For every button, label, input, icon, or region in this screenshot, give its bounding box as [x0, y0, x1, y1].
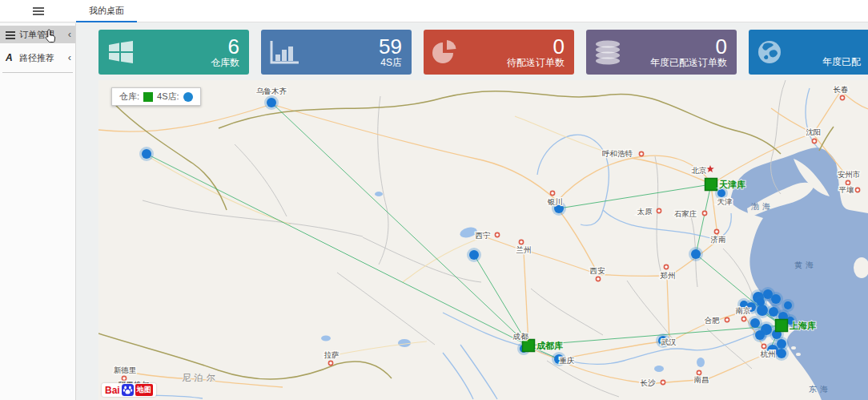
city-dot	[702, 211, 706, 215]
city-label: 呼和浩特	[602, 149, 633, 158]
store-marker[interactable]	[757, 298, 765, 306]
city-dot	[840, 95, 844, 99]
city-label: 杭州	[761, 349, 776, 358]
city-label: 武汉	[661, 337, 677, 346]
city-dot	[697, 370, 701, 374]
city-label: 新德里	[114, 366, 137, 374]
city-label: 郑州	[660, 271, 676, 280]
app-window: 我的桌面 订单管理 ‹ A 路径推荐 ‹	[0, 0, 868, 400]
city-dot	[725, 317, 729, 321]
store-marker[interactable]	[771, 294, 781, 304]
card-4s-stores[interactable]: 59 4S店	[261, 30, 412, 75]
sea-label: 渤海	[751, 202, 774, 211]
city-label: 西宁	[476, 231, 491, 240]
warehouse-label: 成都库	[536, 341, 563, 350]
map-legend: 仓库: 4S店:	[111, 87, 201, 106]
city-label: 拉萨	[324, 350, 340, 359]
city-label: 乌鲁木齐	[256, 87, 287, 95]
map-canvas: 天津库成都库上海库 乌鲁木齐呼和浩特北京天津银川太原石家庄西宁兰州济南西安郑州成…	[98, 80, 868, 400]
store-marker[interactable]	[784, 301, 792, 309]
country-label: 尼泊尔	[183, 373, 219, 382]
store-marker[interactable]	[469, 250, 479, 260]
store-marker[interactable]	[755, 330, 765, 340]
city-dot	[855, 188, 859, 192]
sidebar-item-label: 订单管理	[19, 29, 54, 41]
store-marker[interactable]	[750, 318, 760, 328]
china-map[interactable]: 天津库成都库上海库 乌鲁木齐呼和浩特北京天津银川太原石家庄西宁兰州济南西安郑州成…	[98, 80, 868, 400]
windows-icon	[106, 40, 143, 64]
list-icon	[6, 30, 15, 39]
baidu-logo-text: Bai	[105, 385, 120, 396]
city-dot	[741, 317, 745, 321]
legend-store-label: 4S店:	[157, 91, 179, 103]
city-label: 成都	[513, 332, 529, 341]
city-label: 沈阳	[806, 127, 822, 136]
city-label: 济南	[711, 235, 726, 244]
city-label: 南京	[736, 306, 752, 315]
sidebar-item-route-recommendation[interactable]: A 路径推荐 ‹	[0, 49, 75, 67]
city-label: 兰州	[516, 245, 532, 254]
city-label: 长沙	[641, 378, 657, 387]
city-label: 合肥	[705, 316, 721, 325]
stat-cards-row: 6 仓库数 59 4S店	[98, 30, 868, 75]
city-label: 天津	[717, 197, 733, 206]
tab-my-desktop[interactable]: 我的桌面	[76, 0, 137, 22]
card-value: 6	[228, 36, 239, 57]
store-marker[interactable]	[691, 249, 701, 259]
city-dot	[812, 139, 816, 143]
sidebar-collapse-icon[interactable]	[33, 6, 44, 15]
capital-star-icon	[706, 165, 714, 172]
city-dot	[657, 208, 661, 212]
route-icon: A	[6, 54, 15, 63]
route-line	[696, 184, 711, 254]
tab-label: 我的桌面	[89, 5, 124, 17]
store-legend-swatch	[183, 92, 193, 102]
city-label: 平壤	[839, 185, 855, 194]
card-pending-orders[interactable]: 0 待配送订单数	[424, 30, 574, 75]
city-labels-layer: 乌鲁木齐呼和浩特北京天津银川太原石家庄西宁兰州济南西安郑州成都重庆拉萨武汉合肥南…	[114, 85, 861, 389]
legend-warehouse-label: 仓库:	[119, 91, 139, 103]
city-dot	[846, 180, 850, 184]
card-label: 4S店	[380, 57, 402, 69]
top-bar: 我的桌面	[0, 0, 868, 22]
database-icon	[594, 39, 631, 65]
warehouse-marker[interactable]	[705, 179, 717, 191]
card-label: 待配送订单数	[507, 57, 565, 69]
warehouse-marker[interactable]	[776, 320, 788, 332]
rivers	[106, 88, 818, 399]
city-dot	[495, 232, 499, 236]
tab-bar: 我的桌面	[76, 0, 868, 22]
city-dot	[661, 380, 665, 384]
card-annual-metric[interactable]: 年度已配	[749, 30, 868, 75]
card-value: 0	[553, 36, 565, 57]
warehouse-marker[interactable]	[523, 340, 535, 352]
card-label: 年度已配	[822, 56, 861, 68]
card-value: 0	[716, 36, 727, 57]
store-marker[interactable]	[777, 349, 786, 358]
city-dot	[519, 240, 523, 244]
city-dot	[714, 229, 718, 233]
route-line	[559, 184, 711, 208]
warehouse-label: 上海库	[789, 321, 816, 330]
city-label: 银川	[548, 197, 563, 206]
card-warehouse-count[interactable]: 6 仓库数	[98, 30, 249, 75]
sidebar-item-label: 路径推荐	[19, 52, 54, 64]
warehouse-label: 天津库	[718, 180, 745, 189]
baidu-paw-icon	[122, 384, 134, 396]
city-dot	[328, 361, 332, 365]
store-marker[interactable]	[717, 189, 725, 197]
store-marker[interactable]	[267, 98, 276, 107]
city-dot	[596, 277, 600, 281]
city-label: 重庆	[560, 356, 576, 365]
city-label: 太原	[637, 207, 653, 216]
city-label: 石家庄	[674, 209, 697, 218]
store-marker[interactable]	[142, 149, 151, 159]
bar-chart-icon	[269, 39, 306, 65]
globe-icon	[757, 39, 794, 65]
city-dot	[639, 152, 643, 156]
sidebar-item-order-management[interactable]: 订单管理 ‹	[0, 26, 75, 43]
city-label: 安州市	[838, 170, 861, 179]
baidu-logo[interactable]: Bai 地图	[102, 383, 156, 397]
baidu-logo-text: 地图	[135, 384, 153, 396]
card-annual-delivered-orders[interactable]: 0 年度已配送订单数	[586, 30, 737, 75]
